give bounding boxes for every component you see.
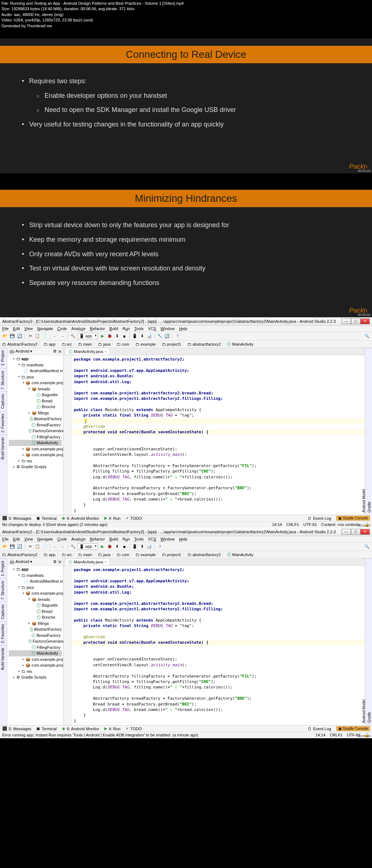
- avd-icon[interactable]: 📱: [132, 333, 138, 339]
- crumb-project[interactable]: 🗀 AbstractFactory2: [2, 552, 37, 557]
- attach-icon[interactable]: ⬇: [114, 333, 120, 339]
- tree-res[interactable]: ▸🗀 res: [9, 668, 62, 675]
- copy-icon[interactable]: 📋: [35, 544, 40, 550]
- tab-favorites[interactable]: 2: Favorites: [0, 622, 7, 645]
- menu-help[interactable]: Help: [179, 537, 187, 541]
- menu-navigate[interactable]: Navigate: [37, 326, 53, 331]
- tree-bread[interactable]: I Bread: [9, 398, 62, 404]
- minimize-button[interactable]: —: [341, 529, 351, 535]
- tree-pkg1[interactable]: ▾📦 com.example.project1.abstrac: [9, 380, 62, 386]
- back-icon[interactable]: ←: [52, 333, 58, 339]
- tree-gradle[interactable]: ▸⚙ Gradle Scripts: [9, 464, 62, 470]
- crumb-pkg[interactable]: 🗀 abstractfactory2: [187, 342, 221, 346]
- crumb-src[interactable]: 🗀 src: [62, 342, 72, 346]
- crumb-project[interactable]: 🗀 AbstractFactory2: [2, 342, 37, 346]
- cut-icon[interactable]: ✂: [27, 544, 33, 550]
- crumb-src[interactable]: 🗀 src: [62, 552, 72, 557]
- tab-event-log[interactable]: 🗒 Event Log: [308, 727, 331, 731]
- menu-vcs[interactable]: VCS: [148, 326, 156, 331]
- tree-breads[interactable]: ▾📦 breads: [9, 386, 62, 392]
- tree-brioche[interactable]: C Brioche: [9, 404, 62, 410]
- tree-app[interactable]: ▾🗀 app: [9, 356, 62, 362]
- status-line-sep[interactable]: CRLF‡: [330, 733, 343, 738]
- crumb-java[interactable]: 🗀 java: [98, 342, 110, 346]
- tab-project[interactable]: 1: Project: [0, 558, 7, 578]
- sync-gradle-icon[interactable]: 🔄: [164, 333, 170, 339]
- copy-icon[interactable]: 📋: [35, 333, 40, 339]
- menu-code[interactable]: Code: [57, 326, 67, 331]
- tab-run[interactable]: ▶ 4: Run: [104, 516, 120, 521]
- menu-file[interactable]: File: [2, 326, 9, 331]
- menu-tools[interactable]: Tools: [134, 326, 144, 331]
- tree-java[interactable]: ▾🗀 java: [9, 584, 62, 591]
- tab-captures[interactable]: Captures: [0, 602, 7, 622]
- menu-window[interactable]: Window: [161, 326, 175, 331]
- editor-tab-mainactivity[interactable]: C MainActivity.java ×: [65, 558, 110, 565]
- menu-analyze[interactable]: Analyze: [71, 537, 85, 541]
- debug-icon[interactable]: 🐞: [107, 333, 113, 339]
- tab-terminal[interactable]: ▣ Terminal: [36, 726, 57, 731]
- crumb-example[interactable]: 🗀 example: [136, 552, 156, 557]
- menu-run[interactable]: Run: [122, 537, 130, 541]
- tree-pkg2[interactable]: ▸📦 com.example.project1.abstrac: [9, 446, 62, 452]
- forward-icon[interactable]: →: [60, 333, 65, 339]
- tab-gradle-console[interactable]: ▣ Gradle Console: [336, 516, 370, 521]
- status-line-sep[interactable]: CRLF‡: [286, 522, 299, 527]
- menu-refactor[interactable]: Refactor: [90, 326, 105, 331]
- menu-refactor[interactable]: Refactor: [90, 537, 105, 541]
- save-icon[interactable]: 💾: [9, 333, 15, 339]
- run-icon[interactable]: ▶: [100, 333, 105, 339]
- tree-absfact[interactable]: I AbstractFactory: [9, 626, 62, 632]
- maximize-button[interactable]: ☐: [351, 529, 360, 535]
- tree-gradle[interactable]: ▸⚙ Gradle Scripts: [9, 674, 62, 680]
- status-context[interactable]: Context: <no context>: [321, 522, 360, 527]
- editor-tab-mainactivity[interactable]: C MainActivity.java ×: [65, 348, 110, 355]
- tab-build-variants[interactable]: Build Variants: [0, 435, 7, 462]
- tree-brioche[interactable]: C Brioche: [9, 614, 62, 620]
- crumb-file[interactable]: C MainActivity: [227, 342, 254, 346]
- menu-build[interactable]: Build: [109, 326, 118, 331]
- debug-icon[interactable]: 🐞: [107, 544, 113, 550]
- tree-absfact[interactable]: I AbstractFactory: [9, 416, 62, 422]
- tree-app[interactable]: ▾🗀 app: [9, 566, 62, 572]
- tab-gradle-console[interactable]: ▣ Gradle Console: [336, 726, 370, 731]
- tab-todo[interactable]: ✓ TODO: [126, 726, 142, 731]
- tab-captures[interactable]: Captures: [0, 391, 7, 411]
- crumb-project1[interactable]: 🗀 project1: [162, 342, 181, 346]
- menu-tools[interactable]: Tools: [134, 537, 144, 541]
- tree-breads[interactable]: ▾📦 breads: [9, 596, 62, 603]
- close-button[interactable]: ✕: [360, 318, 370, 324]
- make-icon[interactable]: 🔨: [70, 544, 76, 550]
- tree-pkg3[interactable]: ▸📦 com.example.project1.abstrac: [9, 662, 62, 668]
- tree-breadfact[interactable]: C BreadFactory: [9, 632, 62, 639]
- sync-icon[interactable]: 🔄: [17, 333, 23, 339]
- tab-messages[interactable]: ⬛ 0: Messages: [2, 726, 31, 731]
- project-structure-icon[interactable]: 🔧: [157, 333, 163, 339]
- search-icon[interactable]: 🔍: [364, 333, 370, 339]
- menu-build[interactable]: Build: [109, 537, 118, 541]
- close-button[interactable]: ✕: [360, 529, 370, 535]
- tree-bread[interactable]: I Bread: [9, 608, 62, 615]
- open-icon[interactable]: 📂: [2, 333, 8, 339]
- menu-run[interactable]: Run: [122, 326, 130, 331]
- menu-help[interactable]: Help: [179, 326, 187, 331]
- attach-icon[interactable]: ⬇: [114, 544, 120, 550]
- tree-pkg2[interactable]: ▸📦 com.example.project1.abstrac: [9, 656, 62, 663]
- help-icon[interactable]: ?: [157, 544, 163, 550]
- menu-view[interactable]: View: [24, 537, 33, 541]
- tab-android-model[interactable]: Android Model: [361, 558, 367, 725]
- sdk-icon[interactable]: ⬇: [139, 544, 145, 550]
- tree-pkg1[interactable]: ▾📦 com.example.project1.abstrac: [9, 590, 62, 596]
- menu-vcs[interactable]: VCS: [148, 537, 156, 541]
- tree-breadfact[interactable]: C BreadFactory: [9, 422, 62, 428]
- tab-monitor[interactable]: ◉ 6: Android Monitor: [62, 726, 99, 731]
- menu-file[interactable]: File: [2, 537, 9, 541]
- code-area[interactable]: package com.example.project1.abstractfac…: [64, 355, 365, 515]
- menu-window[interactable]: Window: [161, 537, 175, 541]
- tab-project[interactable]: 1: Project: [0, 348, 7, 368]
- forward-icon[interactable]: →: [60, 544, 65, 550]
- tree-java[interactable]: ▾🗀 java: [9, 374, 62, 380]
- tab-todo[interactable]: ✓ TODO: [126, 516, 142, 521]
- save-icon[interactable]: 💾: [9, 544, 15, 550]
- paste-icon[interactable]: 📄: [42, 544, 48, 550]
